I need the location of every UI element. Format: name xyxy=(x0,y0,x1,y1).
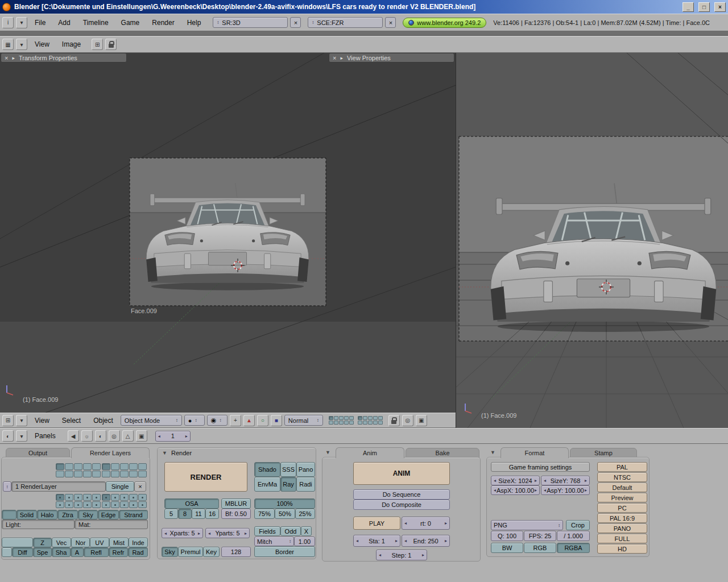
lock-button[interactable] xyxy=(105,39,117,50)
translate-manipulator-button[interactable]: ▲ xyxy=(243,415,255,426)
size-100-toggle[interactable]: 100% xyxy=(254,498,315,509)
layer-toggle[interactable] xyxy=(92,471,101,477)
preset-pal-button[interactable]: PAL xyxy=(597,462,647,472)
transform-properties-panel[interactable]: × ▸ Transform Properties xyxy=(1,53,127,63)
renderlayer-browse-button[interactable]: ↕ xyxy=(3,481,11,492)
orientation-dropdown[interactable]: Normal↕ xyxy=(284,415,323,426)
preset-pano-button[interactable]: PANO xyxy=(597,523,647,533)
layer-toggle[interactable] xyxy=(363,416,367,420)
menu-render[interactable]: Render xyxy=(147,19,179,27)
layer-toggle[interactable] xyxy=(138,471,147,477)
panel-collapse-icon[interactable]: ▼ xyxy=(325,450,330,455)
stepper-right-icon[interactable]: ▸ xyxy=(445,521,447,526)
layer-toggle[interactable] xyxy=(334,416,338,420)
layer-toggle[interactable] xyxy=(65,494,73,501)
layer-toggle[interactable] xyxy=(120,501,129,508)
layer-toggle[interactable] xyxy=(138,501,147,508)
size-25-toggle[interactable]: 25% xyxy=(295,509,315,519)
pass-refl[interactable]: Refl xyxy=(84,547,109,557)
scene-context-button[interactable]: ▣ xyxy=(136,430,147,442)
layer-toggle[interactable] xyxy=(344,421,349,425)
pass-stub3-toggle[interactable] xyxy=(2,547,12,557)
stepper-right-icon[interactable]: ▸ xyxy=(198,531,200,536)
osa-16[interactable]: 16 xyxy=(205,509,219,519)
preset-default-button[interactable]: Default xyxy=(597,483,647,492)
preset-pal169-button[interactable]: PAL 16:9 xyxy=(597,513,647,523)
quality-field[interactable]: Q: 100 xyxy=(491,531,523,541)
editor-type-button[interactable]: ▦ xyxy=(2,39,14,50)
stepper-right-icon[interactable]: ▸ xyxy=(585,488,587,493)
window-titlebar[interactable]: Blender [C:\Dokumente und Einstellungen\… xyxy=(0,0,728,14)
tab-format[interactable]: Format xyxy=(500,447,569,458)
stepper-right-icon[interactable]: ▸ xyxy=(395,538,398,543)
logic-context-button[interactable]: ◀ xyxy=(68,430,79,442)
layer-toggle[interactable] xyxy=(111,494,119,501)
odd-toggle[interactable]: Odd xyxy=(280,526,301,536)
pass-ao[interactable]: A xyxy=(71,547,84,557)
pivot-dropdown[interactable]: ◉↕ xyxy=(207,415,228,426)
header-collapse-button[interactable]: ▾ xyxy=(16,17,27,28)
layer-toggle[interactable] xyxy=(111,501,119,508)
aspx-field[interactable]: ◂AspX: 100.00▸ xyxy=(491,485,540,495)
pass-stub2-toggle[interactable] xyxy=(2,538,33,547)
layer-toggle[interactable] xyxy=(65,471,73,477)
tab-anim[interactable]: Anim xyxy=(336,447,404,458)
pass-edge[interactable]: Edge xyxy=(98,510,119,519)
menu-help[interactable]: Help xyxy=(182,19,206,27)
size-50-toggle[interactable]: 50% xyxy=(275,509,295,519)
pass-refr[interactable]: Refr xyxy=(109,547,128,557)
close-icon[interactable]: × xyxy=(333,55,336,61)
layer-toggle[interactable] xyxy=(329,421,333,425)
layer-toggle[interactable] xyxy=(349,421,354,425)
scale-manipulator-button[interactable]: ■ xyxy=(271,415,282,426)
light-override-field[interactable]: Light: xyxy=(2,519,75,529)
do-composite-toggle[interactable]: Do Composite xyxy=(353,500,450,510)
layer-toggle[interactable] xyxy=(111,463,119,470)
stepper-right-icon[interactable]: ▸ xyxy=(245,531,247,536)
xparts-field[interactable]: ◂Xparts: 5▸ xyxy=(162,528,203,538)
pass-ztra[interactable]: Ztra xyxy=(57,510,78,519)
pass-diff[interactable]: Diff xyxy=(12,547,33,557)
renderlayer-name-field[interactable]: 1 RenderLayer xyxy=(11,481,106,492)
pass-shadow[interactable]: Sha xyxy=(52,547,71,557)
pass-mist[interactable]: Mist xyxy=(109,538,129,547)
step-field[interactable]: ◂Step: 1▸ xyxy=(376,550,427,560)
crop-toggle[interactable]: Crop xyxy=(566,520,590,530)
frame-number-field[interactable]: ◂ 1 ▸ xyxy=(155,431,191,442)
layer-toggle[interactable] xyxy=(138,494,147,501)
pass-z[interactable]: Z xyxy=(33,538,52,547)
object-context-button[interactable]: △ xyxy=(122,430,134,442)
menu-file[interactable]: File xyxy=(30,19,51,27)
do-sequence-toggle[interactable]: Do Sequence xyxy=(353,489,450,500)
fields-x-toggle[interactable]: X xyxy=(301,526,312,536)
layer-toggle[interactable] xyxy=(129,494,138,501)
osa-11[interactable]: 11 xyxy=(192,509,205,519)
menu-add[interactable]: Add xyxy=(53,19,75,27)
bw-toggle[interactable]: BW xyxy=(491,543,523,553)
stepper-right-icon[interactable]: ▸ xyxy=(445,538,447,543)
preset-full-button[interactable]: FULL xyxy=(597,534,647,543)
layer-toggle[interactable] xyxy=(56,463,64,470)
layer-toggle[interactable] xyxy=(92,463,101,470)
menu-game[interactable]: Game xyxy=(116,19,145,27)
layer-toggle[interactable] xyxy=(373,416,378,420)
expand-icon[interactable]: ▸ xyxy=(340,55,343,61)
fps-base-field[interactable]: / 1.000 xyxy=(557,531,590,541)
game-framing-button[interactable]: Game framing settings xyxy=(491,462,590,472)
layer-toggle[interactable] xyxy=(74,494,82,501)
pass-sky[interactable]: Sky xyxy=(78,510,98,519)
envmap-toggle[interactable]: EnvMa xyxy=(254,477,280,492)
layer-toggle[interactable] xyxy=(102,494,110,501)
menu-object[interactable]: Object xyxy=(88,417,118,425)
anim-button[interactable]: ANIM xyxy=(353,462,450,485)
layer-toggle[interactable] xyxy=(339,421,344,425)
material-override-field[interactable]: Mat: xyxy=(75,519,148,529)
layer-toggle[interactable] xyxy=(92,494,101,501)
radio-toggle[interactable]: Radi xyxy=(296,477,315,492)
fields-toggle[interactable]: Fields xyxy=(254,526,280,536)
draw-type-dropdown[interactable]: ●↕ xyxy=(184,415,205,426)
osa-8[interactable]: 8 xyxy=(178,509,192,519)
layer-toggle[interactable] xyxy=(138,463,147,470)
layer-toggle[interactable] xyxy=(56,501,64,508)
fps-field[interactable]: FPS: 25 xyxy=(524,531,556,541)
